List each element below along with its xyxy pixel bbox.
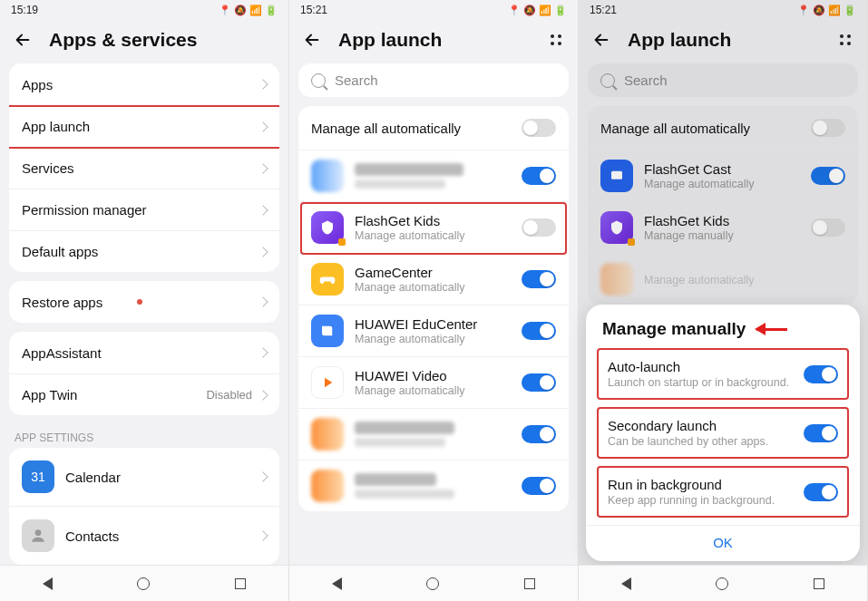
chevron-icon bbox=[258, 471, 268, 481]
row-manage-all: Manage all automatically bbox=[588, 106, 858, 150]
nav-recent-icon[interactable] bbox=[524, 578, 535, 589]
row-educenter[interactable]: HUAWEI EduCenter Manage automatically bbox=[298, 305, 569, 356]
status-bar: 15:19 📍 🔕 📶 🔋 bbox=[0, 0, 288, 20]
list-item[interactable] bbox=[298, 408, 569, 460]
row-contacts[interactable]: Contacts bbox=[9, 506, 279, 565]
back-icon[interactable] bbox=[591, 30, 611, 50]
row-gamecenter[interactable]: GameCenter Manage automatically bbox=[298, 253, 569, 305]
status-icons: 📍 🔕 📶 🔋 bbox=[508, 5, 567, 16]
header: App launch bbox=[289, 20, 578, 63]
search-input[interactable]: Search bbox=[298, 63, 569, 97]
status-bar: 15:21 📍 🔕 📶 🔋 bbox=[289, 0, 578, 20]
toggle[interactable] bbox=[522, 425, 556, 443]
row-apps[interactable]: Apps bbox=[9, 63, 279, 105]
more-icon[interactable] bbox=[836, 31, 854, 49]
app-launch-list: Manage all automatically FlashGet Kids M… bbox=[298, 106, 569, 511]
calendar-icon: 31 bbox=[22, 460, 54, 493]
nav-bar bbox=[579, 565, 867, 601]
huawei-video-icon bbox=[311, 366, 344, 399]
app-icon bbox=[311, 470, 344, 502]
toggle[interactable] bbox=[811, 167, 845, 185]
app-launch-list: Manage all automatically FlashGet Cast M… bbox=[588, 106, 858, 305]
row-flashget-cast[interactable]: FlashGet Cast Manage automatically bbox=[588, 150, 858, 201]
search-icon bbox=[311, 73, 326, 88]
annotation-arrow-icon bbox=[755, 323, 796, 335]
app-icon bbox=[311, 160, 344, 192]
toggle-flashget-kids[interactable] bbox=[522, 218, 556, 237]
opt-secondary-launch: Secondary launch Can be launched by othe… bbox=[597, 407, 849, 459]
row-default-apps[interactable]: Default apps bbox=[9, 230, 279, 272]
opt-run-background: Run in background Keep app running in ba… bbox=[597, 466, 849, 518]
contacts-icon bbox=[22, 519, 54, 552]
flashget-kids-icon bbox=[311, 211, 344, 244]
row-app-twin[interactable]: App TwinDisabled bbox=[9, 373, 279, 415]
nav-home-icon[interactable] bbox=[716, 577, 728, 590]
modal-title: Manage manually bbox=[586, 317, 860, 348]
content: Apps App launch Services Permission mana… bbox=[0, 63, 288, 565]
toggle[interactable] bbox=[522, 167, 556, 185]
flashget-cast-icon bbox=[600, 160, 633, 192]
opt-auto-launch: Auto-launch Launch on startup or in back… bbox=[597, 348, 849, 400]
modal-manage-manually: Manage manually Auto-launch Launch on st… bbox=[586, 305, 860, 561]
clock: 15:19 bbox=[11, 4, 38, 16]
row-calendar[interactable]: 31 Calendar bbox=[9, 448, 279, 506]
back-icon[interactable] bbox=[302, 30, 322, 50]
ok-button[interactable]: OK bbox=[586, 525, 860, 556]
row-flashget-kids[interactable]: FlashGet Kids Manage automatically bbox=[298, 201, 569, 253]
restore-group: Restore apps bbox=[9, 281, 279, 323]
settings-group-1: Apps App launch Services Permission mana… bbox=[9, 63, 279, 272]
chevron-icon bbox=[258, 79, 268, 89]
search-placeholder: Search bbox=[624, 73, 668, 88]
chevron-icon bbox=[258, 121, 268, 131]
nav-back-icon[interactable] bbox=[621, 577, 631, 590]
toggle-run-background[interactable] bbox=[804, 483, 838, 501]
header: App launch bbox=[579, 20, 867, 63]
toggle-secondary-launch[interactable] bbox=[804, 424, 838, 442]
nav-back-icon[interactable] bbox=[43, 577, 53, 590]
toggle[interactable] bbox=[522, 477, 556, 495]
toggle[interactable] bbox=[522, 322, 556, 340]
back-icon[interactable] bbox=[13, 30, 33, 50]
row-app-assistant[interactable]: AppAssistant bbox=[9, 332, 279, 373]
row-manage-all: Manage all automatically bbox=[298, 106, 569, 150]
row-flashget-kids[interactable]: FlashGet Kids Manage manually bbox=[588, 201, 858, 253]
clock: 15:21 bbox=[300, 4, 327, 16]
list-item[interactable]: Manage automatically bbox=[588, 253, 858, 305]
list-item[interactable] bbox=[298, 150, 569, 201]
page-title: Apps & services bbox=[49, 29, 276, 51]
toggle-manage-all[interactable] bbox=[811, 119, 845, 137]
toggle[interactable] bbox=[811, 218, 845, 237]
svg-point-0 bbox=[35, 529, 42, 536]
toggle[interactable] bbox=[522, 270, 556, 288]
toggle-auto-launch[interactable] bbox=[804, 365, 838, 383]
nav-back-icon[interactable] bbox=[332, 577, 342, 590]
header: Apps & services bbox=[0, 20, 288, 63]
row-app-launch[interactable]: App launch bbox=[9, 105, 279, 147]
nav-recent-icon[interactable] bbox=[235, 578, 246, 589]
more-icon[interactable] bbox=[547, 31, 565, 49]
row-services[interactable]: Services bbox=[9, 147, 279, 189]
chevron-icon bbox=[258, 205, 268, 215]
nav-recent-icon[interactable] bbox=[814, 578, 824, 589]
chevron-icon bbox=[258, 163, 268, 173]
row-restore-apps[interactable]: Restore apps bbox=[9, 281, 279, 323]
app-icon bbox=[600, 263, 633, 296]
row-permission-manager[interactable]: Permission manager bbox=[9, 189, 279, 230]
gamecenter-icon bbox=[311, 263, 344, 296]
status-icons: 📍 🔕 📶 🔋 bbox=[219, 5, 278, 16]
app-sub-blur bbox=[355, 179, 445, 189]
search-input[interactable]: Search bbox=[588, 63, 858, 97]
nav-home-icon[interactable] bbox=[137, 577, 150, 590]
chevron-icon bbox=[258, 390, 268, 400]
app-icon bbox=[311, 418, 344, 451]
nav-bar bbox=[0, 565, 288, 601]
list-item[interactable] bbox=[298, 460, 569, 511]
search-placeholder: Search bbox=[335, 73, 378, 88]
toggle-manage-all[interactable] bbox=[522, 119, 556, 137]
nav-home-icon[interactable] bbox=[426, 577, 439, 590]
nav-bar bbox=[289, 565, 578, 601]
app-name-blur bbox=[355, 163, 463, 176]
row-huawei-video[interactable]: HUAWEI Video Manage automatically bbox=[298, 356, 569, 408]
toggle[interactable] bbox=[522, 373, 556, 392]
settings-group-2: AppAssistant App TwinDisabled bbox=[9, 332, 279, 415]
